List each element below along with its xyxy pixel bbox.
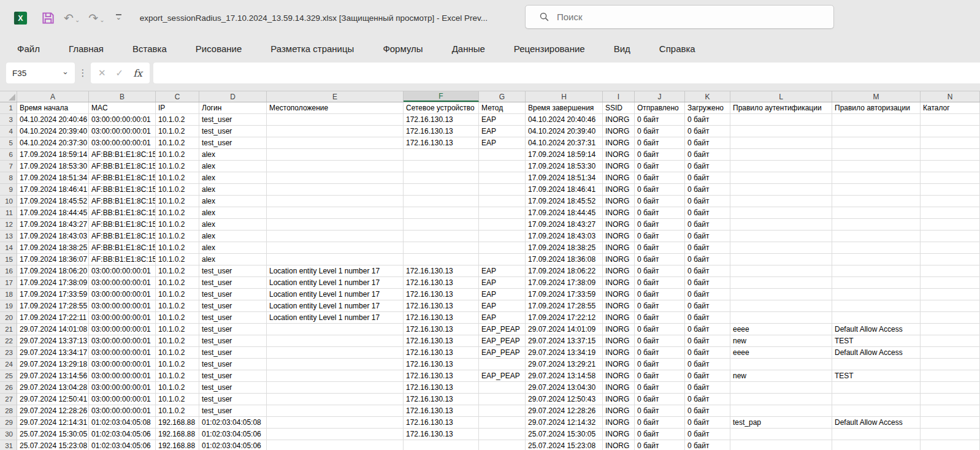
- cell-A28[interactable]: 29.07.2024 12:28:26: [17, 405, 89, 417]
- cell-E18[interactable]: Location entity Level 1 number 17: [267, 289, 404, 300]
- cell-K30[interactable]: 0 байт: [685, 429, 730, 440]
- cell-C24[interactable]: 10.1.0.2: [156, 359, 199, 370]
- cell-L20[interactable]: [730, 312, 832, 324]
- cell-B3[interactable]: 03:00:00:00:00:01: [89, 114, 156, 126]
- cell-D8[interactable]: alex: [199, 172, 267, 184]
- ribbon-tab-7[interactable]: Рецензирование: [514, 44, 585, 54]
- row-header-6[interactable]: 6: [0, 149, 17, 161]
- cell-G15[interactable]: [479, 254, 526, 265]
- row-header-5[interactable]: 5: [0, 137, 17, 149]
- cell-C6[interactable]: 10.1.0.2: [156, 149, 199, 161]
- cell-J14[interactable]: 0 байт: [635, 242, 685, 254]
- cell-F4[interactable]: 172.16.130.13: [404, 126, 479, 137]
- cell-B10[interactable]: AF:BB:B1:E1:8C:15: [89, 196, 156, 207]
- cell-A1[interactable]: Время начала: [17, 102, 89, 114]
- cell-E6[interactable]: [267, 149, 404, 161]
- column-header-J[interactable]: J: [635, 91, 685, 102]
- cell-B24[interactable]: 03:00:00:00:00:01: [89, 359, 156, 370]
- cell-F24[interactable]: 172.16.130.13: [404, 359, 479, 370]
- row-header-18[interactable]: 18: [0, 289, 17, 300]
- customize-quick-access-toolbar-button[interactable]: ⌄: [116, 14, 121, 21]
- cell-I29[interactable]: INORG: [603, 417, 635, 429]
- cell-I19[interactable]: INORG: [603, 300, 635, 312]
- cell-G30[interactable]: [479, 429, 526, 440]
- cell-J28[interactable]: 0 байт: [635, 405, 685, 417]
- cell-A25[interactable]: 29.07.2024 13:14:56: [17, 370, 89, 382]
- cell-N31[interactable]: [921, 440, 980, 450]
- cell-D27[interactable]: test_user: [199, 394, 267, 405]
- cell-G31[interactable]: [479, 440, 526, 450]
- cell-L10[interactable]: [730, 196, 832, 207]
- cell-M25[interactable]: TEST: [832, 370, 921, 382]
- cell-G13[interactable]: [479, 231, 526, 242]
- cell-A31[interactable]: 25.07.2024 15:23:08: [17, 440, 89, 450]
- column-header-M[interactable]: M: [832, 91, 921, 102]
- save-icon[interactable]: [41, 11, 55, 25]
- cell-D28[interactable]: test_user: [199, 405, 267, 417]
- cell-F27[interactable]: 172.16.130.13: [404, 394, 479, 405]
- cell-K23[interactable]: 0 байт: [685, 347, 730, 359]
- cell-M29[interactable]: Default Allow Access: [832, 417, 921, 429]
- cell-M21[interactable]: Default Allow Access: [832, 324, 921, 335]
- cell-C5[interactable]: 10.1.0.2: [156, 137, 199, 149]
- column-header-G[interactable]: G: [479, 91, 526, 102]
- cell-F22[interactable]: 172.16.130.13: [404, 335, 479, 347]
- row-header-29[interactable]: 29: [0, 417, 17, 429]
- cell-M27[interactable]: [832, 394, 921, 405]
- cell-G4[interactable]: EAP: [479, 126, 526, 137]
- cell-H15[interactable]: 17.09.2024 18:36:08: [526, 254, 603, 265]
- cell-K20[interactable]: 0 байт: [685, 312, 730, 324]
- cell-L19[interactable]: [730, 300, 832, 312]
- cell-N11[interactable]: [921, 207, 980, 219]
- cell-G20[interactable]: EAP: [479, 312, 526, 324]
- cell-M31[interactable]: [832, 440, 921, 450]
- cell-B13[interactable]: AF:BB:B1:E1:8C:15: [89, 231, 156, 242]
- cell-J10[interactable]: 0 байт: [635, 196, 685, 207]
- cell-L21[interactable]: eeee: [730, 324, 832, 335]
- cell-C13[interactable]: 10.1.0.2: [156, 231, 199, 242]
- cell-I25[interactable]: INORG: [603, 370, 635, 382]
- cell-F31[interactable]: [404, 440, 479, 450]
- ribbon-tab-6[interactable]: Данные: [452, 44, 485, 54]
- cell-M8[interactable]: [832, 172, 921, 184]
- cell-I21[interactable]: INORG: [603, 324, 635, 335]
- cell-C15[interactable]: 10.1.0.2: [156, 254, 199, 265]
- cell-M14[interactable]: [832, 242, 921, 254]
- cell-C17[interactable]: 10.1.0.2: [156, 277, 199, 289]
- cell-H23[interactable]: 29.07.2024 13:34:19: [526, 347, 603, 359]
- cell-H8[interactable]: 17.09.2024 18:51:34: [526, 172, 603, 184]
- cell-G25[interactable]: EAP_PEAP: [479, 370, 526, 382]
- cell-N5[interactable]: [921, 137, 980, 149]
- row-header-30[interactable]: 30: [0, 429, 17, 440]
- column-header-H[interactable]: H: [526, 91, 603, 102]
- cell-C22[interactable]: 10.1.0.2: [156, 335, 199, 347]
- cell-B6[interactable]: AF:BB:B1:E1:8C:15: [89, 149, 156, 161]
- select-all-corner[interactable]: [0, 91, 17, 102]
- cell-J30[interactable]: 0 байт: [635, 429, 685, 440]
- cell-A22[interactable]: 29.07.2024 13:37:13: [17, 335, 89, 347]
- cell-C21[interactable]: 10.1.0.2: [156, 324, 199, 335]
- cell-K12[interactable]: 0 байт: [685, 219, 730, 231]
- cell-A30[interactable]: 25.07.2024 15:30:05: [17, 429, 89, 440]
- cell-F1[interactable]: Сетевое устройство: [404, 102, 479, 114]
- cell-I3[interactable]: INORG: [603, 114, 635, 126]
- cell-D1[interactable]: Логин: [199, 102, 267, 114]
- cell-A12[interactable]: 17.09.2024 18:43:27: [17, 219, 89, 231]
- cell-A26[interactable]: 29.07.2024 13:04:28: [17, 382, 89, 394]
- cell-A18[interactable]: 17.09.2024 17:33:59: [17, 289, 89, 300]
- cell-D16[interactable]: test_user: [199, 265, 267, 277]
- cell-M19[interactable]: [832, 300, 921, 312]
- redo-button[interactable]: ↷ ⌄: [88, 12, 104, 24]
- cell-G27[interactable]: [479, 394, 526, 405]
- cell-B23[interactable]: 03:00:00:00:00:01: [89, 347, 156, 359]
- row-header-14[interactable]: 14: [0, 242, 17, 254]
- cell-C4[interactable]: 10.1.0.2: [156, 126, 199, 137]
- cell-H26[interactable]: 29.07.2024 13:04:30: [526, 382, 603, 394]
- cell-M12[interactable]: [832, 219, 921, 231]
- cell-N28[interactable]: [921, 405, 980, 417]
- cell-I17[interactable]: INORG: [603, 277, 635, 289]
- cell-K6[interactable]: 0 байт: [685, 149, 730, 161]
- cell-D10[interactable]: alex: [199, 196, 267, 207]
- cell-M13[interactable]: [832, 231, 921, 242]
- cell-I8[interactable]: INORG: [603, 172, 635, 184]
